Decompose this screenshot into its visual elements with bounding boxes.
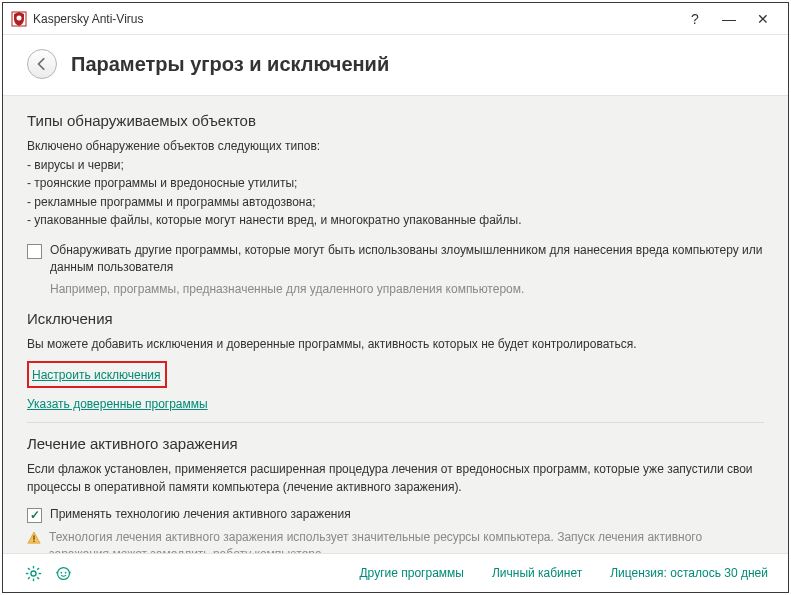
account-link[interactable]: Личный кабинет — [492, 566, 582, 580]
svg-point-14 — [60, 571, 62, 573]
svg-line-10 — [37, 577, 39, 579]
cure-checkbox[interactable] — [27, 508, 42, 523]
threat-item: - троянские программы и вредоносные утил… — [27, 174, 764, 193]
exclusions-desc: Вы можете добавить исключения и доверенн… — [27, 335, 764, 353]
svg-point-15 — [64, 571, 66, 573]
support-icon[interactable] — [53, 563, 73, 583]
trusted-programs-link[interactable]: Указать доверенные программы — [27, 397, 208, 411]
svg-line-9 — [27, 567, 29, 569]
threat-item: - вирусы и черви; — [27, 156, 764, 175]
close-button[interactable]: ✕ — [746, 3, 780, 35]
svg-rect-3 — [33, 541, 34, 542]
warning-icon — [27, 531, 43, 545]
configure-exclusions-link[interactable]: Настроить исключения — [32, 368, 161, 382]
threats-list: Включено обнаружение объектов следующих … — [27, 137, 764, 230]
cure-warning-text: Технология лечения активного заражения и… — [49, 529, 764, 554]
page-title: Параметры угроз и исключений — [71, 53, 389, 76]
svg-line-12 — [37, 567, 39, 569]
cure-checkbox-row: Применять технологию лечения активного з… — [27, 506, 764, 523]
back-button[interactable] — [27, 49, 57, 79]
app-window: Kaspersky Anti-Virus ? — ✕ Параметры угр… — [2, 2, 789, 593]
svg-point-13 — [57, 567, 69, 579]
threat-item: - упакованные файлы, которые могут нанес… — [27, 211, 764, 230]
separator — [27, 422, 764, 423]
app-title: Kaspersky Anti-Virus — [33, 12, 144, 26]
license-link[interactable]: Лицензия: осталось 30 дней — [610, 566, 768, 580]
footer: Другие программы Личный кабинет Лицензия… — [3, 554, 788, 592]
detect-other-checkbox[interactable] — [27, 244, 42, 259]
threat-item: - рекламные программы и программы автодо… — [27, 193, 764, 212]
svg-line-11 — [27, 577, 29, 579]
threats-intro: Включено обнаружение объектов следующих … — [27, 137, 764, 156]
content-area: Типы обнаруживаемых объектов Включено об… — [3, 95, 788, 554]
titlebar: Kaspersky Anti-Virus ? — ✕ — [3, 3, 788, 35]
svg-point-1 — [17, 15, 22, 20]
exclusions-section-title: Исключения — [27, 310, 764, 327]
minimize-button[interactable]: — — [712, 3, 746, 35]
cure-section-title: Лечение активного заражения — [27, 435, 764, 452]
cure-desc: Если флажок установлен, применяется расш… — [27, 460, 764, 496]
threats-section-title: Типы обнаруживаемых объектов — [27, 112, 764, 129]
configure-exclusions-highlight: Настроить исключения — [27, 361, 167, 388]
help-button[interactable]: ? — [678, 3, 712, 35]
detect-other-row: Обнаруживать другие программы, которые м… — [27, 242, 764, 277]
svg-rect-2 — [33, 535, 34, 539]
cure-checkbox-label: Применять технологию лечения активного з… — [50, 506, 764, 523]
page-header: Параметры угроз и исключений — [3, 35, 788, 95]
other-programs-link[interactable]: Другие программы — [359, 566, 463, 580]
settings-icon[interactable] — [23, 563, 43, 583]
svg-point-4 — [30, 570, 35, 575]
detect-other-label: Обнаруживать другие программы, которые м… — [50, 242, 764, 277]
cure-warning-row: Технология лечения активного заражения и… — [27, 529, 764, 554]
app-icon — [11, 11, 27, 27]
detect-other-hint: Например, программы, предназначенные для… — [50, 281, 764, 298]
